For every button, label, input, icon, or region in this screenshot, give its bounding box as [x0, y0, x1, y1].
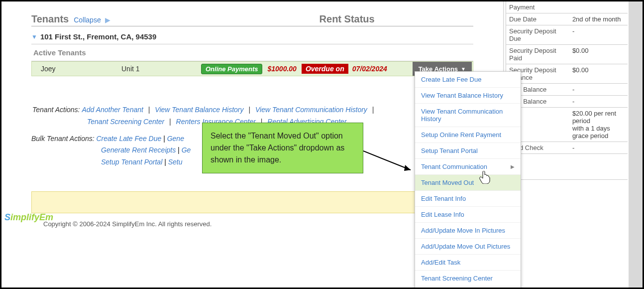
link-screening[interactable]: Tenant Screening Center	[87, 118, 164, 126]
link-add-tenant[interactable]: Add Another Tenant	[82, 106, 143, 114]
dropdown-item-tenant-moved-out[interactable]: Tenant Moved Out	[415, 175, 521, 191]
info-row: ning Balance-	[506, 96, 628, 108]
dropdown-item-setup-tenant-portal[interactable]: Setup Tenant Portal	[415, 143, 521, 159]
info-row: ning Balance-	[506, 84, 628, 96]
info-value: 2nd of the month	[569, 13, 628, 25]
info-row: Security Deposit Paid$0.00	[506, 45, 628, 64]
chevron-right-icon: ▶	[105, 16, 110, 24]
dropdown-item-label: Setup Tenant Portal	[421, 147, 478, 154]
dropdown-item-tenant-communication[interactable]: Tenant Communication▶	[415, 159, 521, 175]
overdue-date: 07/02/2024	[352, 65, 387, 73]
tenant-name[interactable]: Joey	[32, 65, 121, 73]
info-value: -	[569, 84, 628, 96]
tenant-actions-label: Tenant Actions:	[32, 106, 80, 114]
copyright: Copyright © 2006-2024 SimplifyEm Inc. Al…	[43, 220, 212, 228]
rent-status-title: Rent Status	[320, 13, 375, 25]
info-value: $0.00	[569, 45, 628, 64]
info-row: Security Deposit Balance$0.00	[506, 64, 628, 84]
overdue-badge: Overdue on	[302, 64, 348, 74]
tenants-title: Tenants	[31, 13, 69, 25]
info-row: nced Check-	[506, 142, 628, 154]
dropdown-item-edit-tenant-info[interactable]: Edit Tenant Info	[415, 191, 521, 207]
info-value	[569, 1, 628, 13]
chevron-down-icon: ▼	[461, 66, 466, 72]
dropdown-item-setup-online-rent-payment[interactable]: Setup Online Rent Payment	[415, 127, 521, 143]
bulk-actions-label: Bulk Tenant Actions:	[31, 135, 95, 143]
dropdown-item-label: View Tenant Communication History	[421, 108, 515, 123]
dropdown-item-label: Setup Online Rent Payment	[421, 131, 501, 139]
dropdown-item-label: Add/Edit Task	[421, 259, 460, 266]
info-value: -	[569, 142, 628, 154]
dropdown-item-label: Edit Tenant Info	[421, 195, 466, 202]
take-actions-dropdown: Create Late Fee DueView Tenant Balance H…	[415, 71, 521, 289]
dropdown-item-renters-insurance-center[interactable]: Renters Insurance Center	[415, 287, 521, 289]
info-row: Due Date2nd of the month	[506, 13, 628, 25]
dropdown-item-label: Edit Lease Info	[421, 211, 464, 218]
address-row[interactable]: ▼ 101 First St., Fremont, CA, 94539	[31, 29, 473, 44]
link-comm-history[interactable]: View Tenant Communication History	[255, 106, 367, 114]
dropdown-item-edit-lease-info[interactable]: Edit Lease Info	[415, 207, 521, 223]
link-balance-history[interactable]: View Tenant Balance History	[155, 106, 243, 114]
dropdown-item-create-late-fee-due[interactable]: Create Late Fee Due	[415, 72, 521, 88]
dropdown-item-label: Tenant Communication	[421, 163, 487, 170]
info-label: Security Deposit Paid	[506, 45, 569, 64]
info-label: Security Deposit Due	[506, 25, 569, 45]
dropdown-item-label: Create Late Fee Due	[421, 76, 481, 83]
bulk-gene-cut[interactable]: Gene	[167, 135, 184, 143]
bulk-ge-cut[interactable]: Ge	[182, 146, 191, 154]
dropdown-item-label: Add/Update Move In Pictures	[421, 227, 505, 234]
dropdown-item-add-update-move-in-pictures[interactable]: Add/Update Move In Pictures	[415, 223, 521, 239]
es-heading: ES	[506, 154, 628, 180]
dropdown-item-label: Tenant Moved Out	[421, 179, 474, 186]
dropdown-item-label: Add/Update Move Out Pictures	[421, 243, 510, 250]
info-row: Security Deposit Due-	[506, 25, 628, 45]
goto-bar: Go To Wo	[31, 191, 473, 213]
bulk-receipts[interactable]: Generate Rent Receipts	[101, 146, 176, 154]
scrollbar-area[interactable]	[629, 1, 644, 288]
collapse-label: Collapse	[74, 16, 101, 24]
bulk-late-fee[interactable]: Create Late Fee Due	[97, 135, 162, 143]
section-header: Tenants Collapse ▶ Rent Status	[31, 13, 473, 26]
tenant-row: Joey Unit 1 Online Payments $1000.00 Ove…	[31, 61, 473, 76]
logo-s: S	[4, 212, 10, 222]
dropdown-item-view-tenant-balance-history[interactable]: View Tenant Balance History	[415, 88, 521, 104]
tenant-unit: Unit 1	[121, 65, 201, 73]
chevron-right-icon: ▶	[511, 164, 515, 169]
dropdown-item-view-tenant-communication-history[interactable]: View Tenant Communication History	[415, 104, 521, 127]
instruction-callout: Select the "Tenant Moved Out" option und…	[202, 123, 363, 173]
dropdown-item-tenant-screening-center[interactable]: Tenant Screening Center	[415, 271, 521, 287]
tenant-amount: $1000.00	[267, 65, 296, 73]
bulk-setu-cut[interactable]: Setu	[168, 158, 183, 166]
collapse-link[interactable]: Collapse ▶	[74, 16, 110, 24]
bulk-portal[interactable]: Setup Tenant Portal	[101, 158, 162, 166]
dropdown-item-label: Tenant Screening Center	[421, 275, 493, 282]
info-label: Payment	[506, 1, 569, 13]
address-text: 101 First St., Fremont, CA, 94539	[40, 32, 156, 41]
dropdown-item-add-edit-task[interactable]: Add/Edit Task	[415, 255, 521, 271]
info-value: $20.00 per rent period with a 1 days gra…	[569, 108, 628, 142]
info-row: Payment	[506, 1, 628, 13]
info-label: Due Date	[506, 13, 569, 25]
info-value: -	[569, 25, 628, 45]
chevron-down-icon: ▼	[31, 33, 37, 40]
info-value: -	[569, 96, 628, 108]
active-tenants-label: Active Tenants	[31, 44, 473, 61]
info-value: $0.00	[569, 64, 628, 84]
online-payments-badge[interactable]: Online Payments	[201, 64, 262, 74]
dropdown-item-label: View Tenant Balance History	[421, 92, 503, 99]
info-row: Fee$20.00 per rent period with a 1 days …	[506, 108, 628, 142]
dropdown-item-add-update-move-out-pictures[interactable]: Add/Update Move Out Pictures	[415, 239, 521, 255]
right-info-panel: PaymentDue Date2nd of the monthSecurity …	[506, 1, 628, 288]
